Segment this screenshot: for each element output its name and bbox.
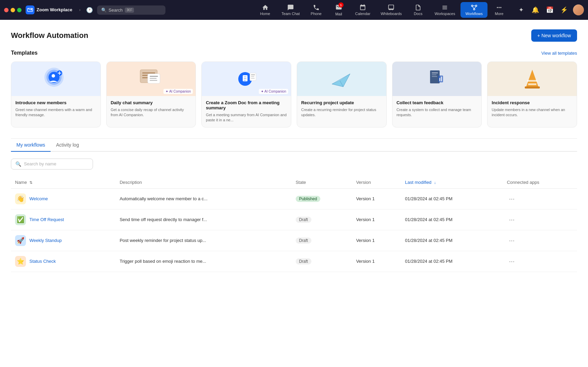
template-img-incident: [487, 62, 577, 96]
search-icon: 🔍: [101, 8, 107, 13]
workflow-link-welcome[interactable]: Welcome: [29, 196, 48, 201]
zoom-brand: Zoom Workplace: [26, 5, 72, 14]
nav-item-teamchat[interactable]: Team Chat: [277, 2, 305, 18]
nav-calendar-label: Calendar: [355, 12, 371, 16]
template-name-incident: Incident response: [492, 100, 573, 105]
ai-companion-icon[interactable]: ✦: [516, 4, 526, 15]
nav-item-phone[interactable]: Phone: [305, 2, 327, 18]
maximize-button[interactable]: [17, 8, 22, 12]
wf-icon-standup: 🚀: [15, 235, 26, 246]
svg-point-14: [52, 74, 55, 78]
template-body-zoom-doc: Create a Zoom Doc from a meeting summary…: [202, 96, 291, 127]
name-sort-icon: ⇅: [29, 180, 32, 185]
workflow-link-statuscheck[interactable]: Status Check: [29, 259, 56, 264]
calendar-mini-icon[interactable]: 📅: [544, 4, 555, 15]
svg-rect-43: [439, 78, 440, 81]
view-all-templates-link[interactable]: View all templates: [541, 51, 577, 56]
tab-activity-log[interactable]: Activity log: [51, 139, 84, 152]
wf-icon-welcome: 👋: [15, 193, 26, 204]
search-input[interactable]: [24, 161, 89, 166]
new-workflow-button[interactable]: + New workflow: [531, 29, 577, 42]
col-last-modified[interactable]: Last modified ↓: [401, 176, 503, 189]
svg-rect-32: [251, 74, 255, 75]
ai-badge-daily-chat: ✦ AI Companion: [163, 89, 193, 94]
svg-marker-35: [332, 74, 350, 87]
table-row: 👋 Welcome Automatically welcome new memb…: [11, 188, 577, 209]
table-row: ✅ Time Off Request Send time off request…: [11, 209, 577, 230]
nav-item-whiteboards[interactable]: Whiteboards: [376, 2, 406, 18]
history-icon[interactable]: 🕐: [86, 7, 93, 13]
tabs: My workflows Activity log: [11, 139, 577, 152]
search-bar[interactable]: 🔍 Search ⌘F: [97, 5, 165, 15]
svg-rect-19: [142, 72, 155, 73]
more-options-welcome[interactable]: ···: [507, 194, 517, 203]
template-desc-recurring: Create a recurring reminder for project …: [301, 107, 382, 118]
template-desc-daily-chat: Get a concise daily recap of channel act…: [111, 107, 192, 118]
template-card-introduce[interactable]: Introduce new members Greet new channel …: [11, 62, 101, 127]
templates-header: Templates View all templates: [11, 50, 577, 56]
template-card-daily-chat[interactable]: ✦ AI Companion Daily chat summary Get a …: [106, 62, 196, 127]
workflow-link-timeoff[interactable]: Time Off Request: [29, 217, 64, 222]
template-body-daily-chat: Daily chat summary Get a concise daily r…: [107, 96, 196, 122]
template-card-incident[interactable]: Incident response Update members in a ne…: [487, 62, 577, 127]
template-img-recurring: [297, 62, 386, 96]
avatar[interactable]: [573, 4, 584, 15]
tab-my-workflows[interactable]: My workflows: [11, 139, 51, 152]
template-card-zoom-doc[interactable]: ✦ AI Companion Create a Zoom Doc from a …: [201, 62, 291, 127]
nav-item-mail[interactable]: 1 Mail: [328, 2, 350, 18]
col-name[interactable]: Name ⇅: [11, 176, 116, 189]
mail-icon-wrap: 1: [335, 4, 342, 11]
more-options-timeoff[interactable]: ···: [507, 215, 517, 224]
minimize-button[interactable]: [11, 8, 15, 12]
last-modified-sort-icon: ↓: [434, 180, 436, 185]
template-body-incident: Incident response Update members in a ne…: [487, 96, 577, 122]
nav-item-workspaces[interactable]: Workspaces: [430, 2, 460, 18]
avatar-image: [573, 4, 584, 15]
row-state-standup: Draft: [292, 230, 352, 251]
close-button[interactable]: [4, 8, 9, 12]
templates-title: Templates: [11, 50, 38, 56]
page-header: Workflow Automation + New workflow: [11, 29, 577, 42]
nav-item-home[interactable]: Home: [254, 2, 276, 18]
more-options-statuscheck[interactable]: ···: [507, 257, 517, 266]
row-state-welcome: Published: [292, 188, 352, 209]
nav-mail-label: Mail: [335, 12, 342, 16]
nav-item-workflows[interactable]: Workflows: [460, 2, 487, 18]
col-desc: Description: [116, 176, 292, 189]
nav-home-label: Home: [260, 12, 270, 16]
zoom-logo: [26, 5, 35, 14]
top-navigation: Zoom Workplace › 🕐 🔍 Search ⌘F Home Team…: [0, 0, 588, 20]
row-modified-statuscheck: 01/28/2024 at 02:45 PM: [401, 251, 503, 272]
svg-rect-41: [432, 76, 437, 77]
svg-line-9: [472, 6, 474, 9]
workflow-link-standup[interactable]: Weekly Standup: [29, 238, 62, 243]
template-name-recurring: Recurring project update: [301, 100, 382, 105]
col-state: State: [292, 176, 352, 189]
nav-item-more[interactable]: More: [488, 2, 510, 18]
template-body-introduce: Introduce new members Greet new channel …: [11, 96, 101, 122]
row-version-welcome: Version 1: [352, 188, 401, 209]
row-apps-statuscheck: ···: [503, 251, 577, 272]
svg-rect-46: [527, 80, 537, 82]
row-desc-statuscheck: Trigger poll based on emoji reaction to …: [116, 251, 292, 272]
template-body-recurring: Recurring project update Create a recurr…: [297, 96, 386, 122]
svg-rect-42: [438, 76, 443, 82]
nav-item-calendar[interactable]: Calendar: [350, 2, 375, 18]
window-controls: [4, 8, 22, 12]
svg-rect-34: [251, 78, 255, 79]
row-modified-standup: 01/28/2024 at 02:45 PM: [401, 230, 503, 251]
template-card-recurring[interactable]: Recurring project update Create a recurr…: [297, 62, 387, 127]
notifications-icon[interactable]: 🔔: [530, 4, 541, 15]
nav-right: ✦ 🔔 📅 ⚡: [516, 4, 584, 15]
table-row: 🚀 Weekly Standup Post weekly reminder fo…: [11, 230, 577, 251]
template-card-feedback[interactable]: Collect team feedback Create a system to…: [392, 62, 482, 127]
ai-badge-zoom-doc: ✦ AI Companion: [259, 89, 288, 94]
magic-icon[interactable]: ⚡: [559, 4, 570, 15]
nav-docs-label: Docs: [414, 12, 423, 16]
row-version-standup: Version 1: [352, 230, 401, 251]
more-options-standup[interactable]: ···: [507, 236, 517, 245]
svg-point-7: [473, 9, 475, 10]
svg-line-10: [474, 6, 476, 9]
template-img-introduce: [11, 62, 101, 96]
nav-item-docs[interactable]: Docs: [407, 2, 429, 18]
